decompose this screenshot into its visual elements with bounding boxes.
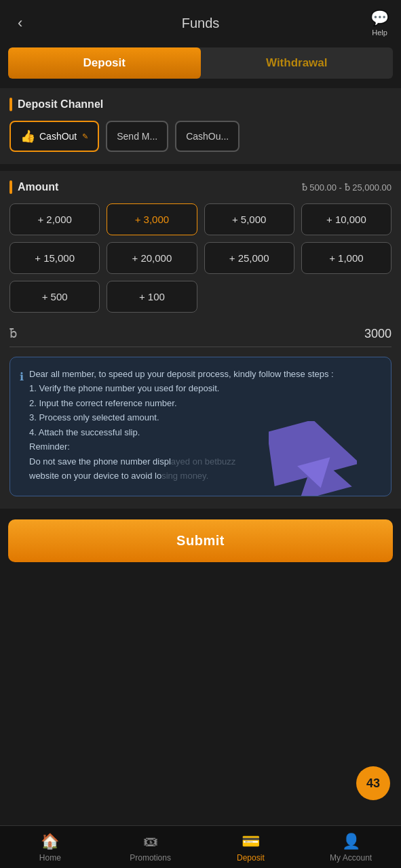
- amount-btn-2000[interactable]: + 2,000: [9, 203, 100, 235]
- nav-item-deposit[interactable]: 💳 Deposit: [201, 826, 301, 868]
- channel-cashout2-label: CashOu...: [186, 131, 229, 142]
- header: ‹ Funds 💬 Help: [0, 0, 401, 43]
- amount-grid: + 2,000 + 3,000 + 5,000 + 10,000 + 15,00…: [9, 203, 392, 313]
- nav-label-home: Home: [39, 853, 61, 863]
- channel-sendm-label: Send M...: [117, 131, 157, 142]
- back-button[interactable]: ‹: [12, 12, 28, 35]
- help-label: Help: [372, 28, 387, 37]
- svg-marker-0: [269, 421, 357, 496]
- help-icon: 💬: [370, 9, 389, 27]
- tab-bar: Deposit Withdrawal: [8, 47, 393, 79]
- amount-btn-3000[interactable]: + 3,000: [107, 203, 197, 235]
- channel-cashout2[interactable]: CashOu...: [175, 121, 240, 152]
- amount-btn-10000[interactable]: + 10,000: [301, 203, 392, 235]
- deposit-channel-section: Deposit Channel 👍 CashOut ✎ Send M... Ca…: [0, 88, 401, 164]
- currency-symbol: ƀ: [9, 326, 17, 341]
- floating-badge[interactable]: 43: [356, 766, 390, 800]
- info-box: ℹ Dear all member, to speed up your depo…: [9, 357, 392, 496]
- nav-label-myaccount: My Account: [330, 853, 372, 863]
- nav-item-promotions[interactable]: 🎟 Promotions: [100, 826, 201, 868]
- tab-deposit[interactable]: Deposit: [8, 47, 201, 79]
- deposit-channel-title: Deposit Channel: [9, 98, 392, 111]
- amount-btn-20000[interactable]: + 20,000: [107, 242, 197, 274]
- myaccount-icon: 👤: [342, 833, 360, 850]
- edit-icon: ✎: [82, 132, 88, 141]
- cashout-icon: 👍: [20, 129, 35, 144]
- amount-display-value: 3000: [364, 327, 392, 341]
- amount-title: Amount: [9, 180, 58, 194]
- amount-range: ƀ 500.00 - ƀ 25,000.00: [302, 182, 392, 193]
- arrow-overlay: [269, 421, 350, 489]
- channel-cashout1-label: CashOut: [39, 131, 77, 142]
- page-title: Funds: [182, 16, 220, 31]
- channel-row: 👍 CashOut ✎ Send M... CashOu...: [9, 121, 392, 152]
- amount-section: Amount ƀ 500.00 - ƀ 25,000.00 + 2,000 + …: [0, 171, 401, 509]
- home-icon: 🏠: [41, 833, 59, 850]
- nav-label-promotions: Promotions: [130, 853, 171, 863]
- submit-section: Submit: [0, 509, 401, 573]
- submit-button[interactable]: Submit: [8, 519, 393, 562]
- help-button[interactable]: 💬 Help: [370, 9, 389, 37]
- nav-label-deposit: Deposit: [237, 853, 265, 863]
- amount-btn-1000[interactable]: + 1,000: [301, 242, 392, 274]
- amount-btn-100[interactable]: + 100: [107, 281, 197, 313]
- info-icon: ℹ: [20, 368, 24, 386]
- deposit-icon: 💳: [242, 833, 260, 850]
- amount-btn-25000[interactable]: + 25,000: [204, 242, 294, 274]
- amount-header: Amount ƀ 500.00 - ƀ 25,000.00: [9, 180, 392, 194]
- nav-item-home[interactable]: 🏠 Home: [0, 826, 100, 868]
- promotions-icon: 🎟: [143, 833, 158, 850]
- bottom-nav: 🏠 Home 🎟 Promotions 💳 Deposit 👤 My Accou…: [0, 825, 401, 868]
- amount-btn-500[interactable]: + 500: [9, 281, 100, 313]
- channel-cashout1[interactable]: 👍 CashOut ✎: [9, 121, 99, 152]
- amount-btn-15000[interactable]: + 15,000: [9, 242, 100, 274]
- nav-item-myaccount[interactable]: 👤 My Account: [301, 826, 401, 868]
- amount-btn-5000[interactable]: + 5,000: [204, 203, 294, 235]
- amount-input-row: ƀ 3000: [9, 321, 392, 347]
- channel-sendm[interactable]: Send M...: [106, 121, 168, 152]
- tab-withdrawal[interactable]: Withdrawal: [201, 47, 394, 79]
